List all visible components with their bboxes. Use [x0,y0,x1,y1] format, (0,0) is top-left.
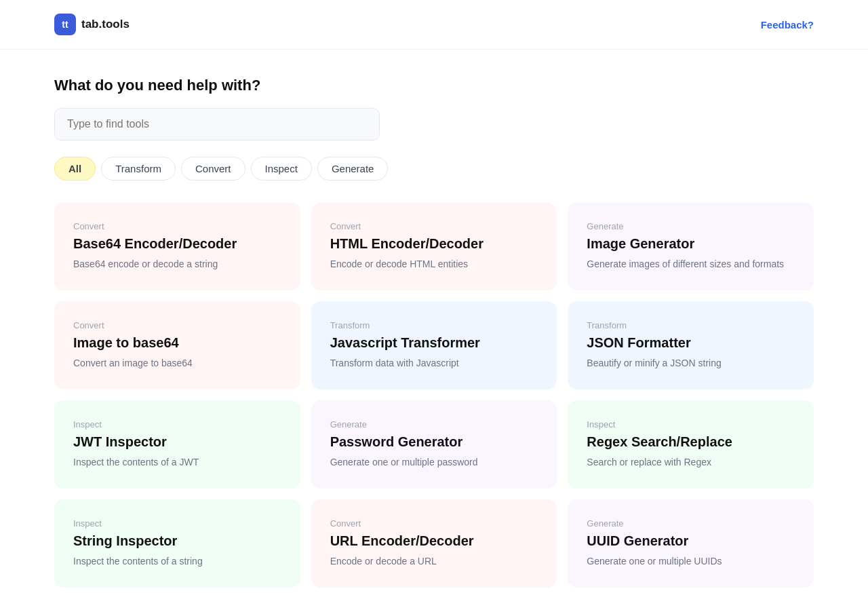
tool-desc: Encode or decode a URL [330,554,538,569]
tool-desc: Generate images of different sizes and f… [587,257,795,271]
tool-name: JSON Formatter [587,334,795,351]
tool-desc: Transform data with Javascript [330,356,538,370]
tool-category: Convert [330,221,538,231]
tool-card[interactable]: GeneratePassword GeneratorGenerate one o… [311,400,557,489]
tool-category: Generate [330,419,538,429]
tool-category: Generate [587,221,795,231]
tool-desc: Convert an image to base64 [73,356,281,370]
filter-tab-all[interactable]: All [54,157,96,180]
search-input[interactable] [54,108,380,140]
tool-desc: Base64 encode or decode a string [73,257,281,271]
tool-desc: Encode or decode HTML entities [330,257,538,271]
logo-icon: tt [54,14,76,35]
tool-category: Inspect [587,419,795,429]
tool-card[interactable]: GenerateUUID GeneratorGenerate one or mu… [568,499,814,588]
filter-tabs: AllTransformConvertInspectGenerate [54,157,814,180]
tool-category: Convert [73,221,281,231]
tool-desc: Inspect the contents of a string [73,554,281,569]
tool-desc: Inspect the contents of a JWT [73,455,281,470]
tool-card[interactable]: GenerateImage GeneratorGenerate images o… [568,202,814,290]
tool-name: JWT Inspector [73,434,281,450]
tool-category: Transform [587,320,795,330]
tool-name: URL Encoder/Decoder [330,533,538,549]
tool-category: Convert [330,518,538,529]
tool-card[interactable]: InspectRegex Search/ReplaceSearch or rep… [568,400,814,489]
tool-name: Javascript Transformer [330,334,538,351]
tool-desc: Generate one or multiple password [330,455,538,470]
tool-desc: Search or replace with Regex [587,455,795,470]
feedback-link[interactable]: Feedback? [761,19,814,31]
tool-category: Inspect [73,419,281,429]
tool-name: HTML Encoder/Decoder [330,235,538,252]
tool-card[interactable]: ConvertBase64 Encoder/DecoderBase64 enco… [54,202,300,290]
tool-card[interactable]: TransformJSON FormatterBeautify or minif… [568,301,814,389]
tools-grid: ConvertBase64 Encoder/DecoderBase64 enco… [54,202,814,588]
tool-name: Image Generator [587,235,795,252]
tool-name: Regex Search/Replace [587,434,795,450]
logo[interactable]: tt tab.tools [54,14,130,35]
tool-card[interactable]: ConvertImage to base64Convert an image t… [54,301,300,389]
tool-card[interactable]: TransformJavascript TransformerTransform… [311,301,557,389]
tool-name: Password Generator [330,434,538,450]
page-heading: What do you need help with? [54,77,814,94]
tool-category: Generate [587,518,795,529]
tool-category: Inspect [73,518,281,529]
tool-category: Transform [330,320,538,330]
tool-name: Image to base64 [73,334,281,351]
filter-tab-transform[interactable]: Transform [101,157,176,180]
tool-name: Base64 Encoder/Decoder [73,235,281,252]
tool-category: Convert [73,320,281,330]
tool-name: UUID Generator [587,533,795,549]
filter-tab-convert[interactable]: Convert [181,157,245,180]
filter-tab-generate[interactable]: Generate [317,157,389,180]
tool-name: String Inspector [73,533,281,549]
tool-desc: Generate one or multiple UUIDs [587,554,795,569]
filter-tab-inspect[interactable]: Inspect [251,157,312,180]
tool-card[interactable]: ConvertURL Encoder/DecoderEncode or deco… [311,499,557,588]
tool-card[interactable]: InspectString InspectorInspect the conte… [54,499,300,588]
tool-desc: Beautify or minify a JSON string [587,356,795,370]
tool-card[interactable]: InspectJWT InspectorInspect the contents… [54,400,300,489]
tool-card[interactable]: ConvertHTML Encoder/DecoderEncode or dec… [311,202,557,290]
logo-text: tab.tools [81,18,130,31]
